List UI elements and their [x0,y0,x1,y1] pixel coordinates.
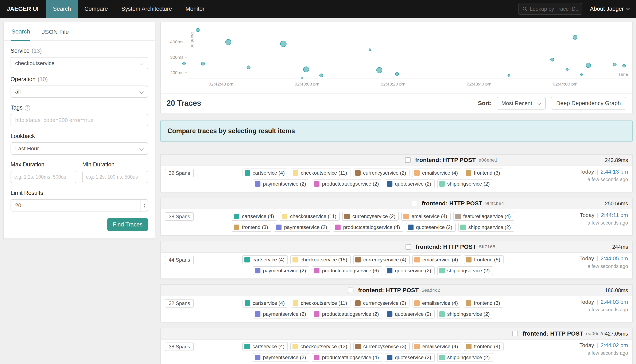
trace-result-card[interactable]: frontend: HTTP POST5ff7165244ms44 Spansc… [160,241,633,279]
scatter-point[interactable] [196,28,199,32]
decrement-icon[interactable]: ▾ [144,206,145,208]
trace-header[interactable]: frontend: HTTP POST5ead4c2186.08ms [161,285,632,296]
service-tag-label: currencyservice (2) [363,300,406,306]
trace-compare-checkbox[interactable] [348,288,354,293]
service-tag: quoteservice (2) [385,266,435,275]
nav-item-compare[interactable]: Compare [78,0,115,18]
tags-input[interactable] [11,114,148,126]
scatter-point[interactable] [551,58,554,61]
scatter-point[interactable] [377,68,382,73]
nav-item-system-architecture[interactable]: System Architecture [115,0,179,18]
service-tag: checkoutservice (13) [290,342,351,351]
max-duration-input[interactable] [11,171,76,183]
service-color-swatch [408,224,414,230]
trace-time[interactable]: 2:44:03 pm [600,299,628,305]
trace-card-body: 38 Spanscartservice (4)checkoutservice (… [161,210,632,235]
y-tick-label: 200ms [170,70,183,75]
about-jaeger-menu[interactable]: About Jaeger [590,6,629,12]
service-color-swatch [255,311,260,317]
nav-item-search[interactable]: Search [46,0,78,18]
jaeger-logo[interactable]: JAEGER UI [0,6,46,12]
trace-compare-checkbox[interactable] [512,331,518,336]
deep-dependency-graph-button[interactable]: Deep Dependency Graph [551,97,626,110]
date-time-separator: | [596,255,598,262]
scatter-point[interactable] [580,74,583,76]
scatter-point[interactable] [613,63,616,66]
tab-json-file[interactable]: JSON File [42,29,69,40]
trace-header[interactable]: frontend: HTTP POSTe08ebe1243.89ms [161,154,632,166]
trace-result-card[interactable]: frontend: HTTP POST5ead4c2186.08ms32 Spa… [160,284,633,322]
scatter-point[interactable] [301,77,303,79]
top-navbar: JAEGER UI SearchCompareSystem Architectu… [0,0,636,18]
x-tick-label: 02:42:40 pm [209,82,233,86]
scatter-point[interactable] [566,68,568,70]
operation-select[interactable]: all [11,86,148,98]
trace-time[interactable]: 2:44:11 pm [601,212,628,218]
trace-result-card[interactable]: frontend: HTTP POSTea06c2d427.05ms38 Spa… [160,328,633,364]
trace-header[interactable]: frontend: HTTP POST5ff7165244ms [161,242,632,253]
date-time-separator: | [597,212,598,218]
trace-relative-time: a few seconds ago [555,220,628,226]
service-tag-label: currencyservice (2) [352,214,395,219]
scatter-point[interactable] [573,35,577,40]
scatter-point[interactable] [395,72,399,76]
service-tag-label: quoteservice (2) [395,181,431,187]
service-tag-label: emailservice (4) [411,214,447,219]
service-tag: productcatalogservice (2) [312,310,382,318]
scatter-point[interactable] [226,40,231,45]
trace-id: 5ead4c2 [422,288,440,293]
trace-date-line: Today|2:44:13 pm [555,168,628,175]
service-tag-label: checkoutservice (11) [301,300,347,306]
scatter-point[interactable] [247,66,250,69]
sort-select[interactable]: Most Recent [497,97,546,110]
scatter-point[interactable] [303,66,309,72]
trace-time[interactable]: 2:44:05 pm [600,255,628,262]
service-tag-label: quoteservice (2) [395,268,431,274]
number-stepper[interactable]: ▴▾ [140,200,148,211]
trace-title: frontend: HTTP POST [415,157,476,164]
service-tag-label: currencyservice (3) [363,344,406,350]
trace-compare-checkbox[interactable] [405,157,411,163]
limit-results-label: Limit Results [11,190,148,196]
scatter-point[interactable] [183,62,186,65]
scatter-point[interactable] [201,62,205,65]
scatter-point[interactable] [586,63,591,68]
trace-lookup-input[interactable] [530,6,578,12]
service-tag-label: productcatalogservice (2) [322,311,379,317]
service-select[interactable]: checkoutservice [11,57,148,69]
service-tag-label: checkoutservice (13) [300,344,347,350]
service-tag-label: cartservice (4) [253,300,285,306]
scatter-point[interactable] [622,64,625,67]
y-tick-label: 300ms [170,55,183,60]
lookback-select[interactable]: Last Hour [11,142,148,154]
service-tags: cartservice (4)checkoutservice (11)curre… [227,212,519,232]
duration-scatter-plot[interactable]: 02:42:40 pm02:43:00 pm02:43:20 pm02:43:4… [162,23,631,93]
trace-result-card[interactable]: frontend: HTTP POSTe08ebe1243.89ms32 Spa… [160,154,633,192]
scatter-point[interactable] [508,74,510,76]
min-duration-input[interactable] [82,171,148,183]
trace-header[interactable]: frontend: HTTP POST9f4fcbe4250.56ms [161,198,632,210]
tab-search[interactable]: Search [12,28,30,41]
help-icon[interactable]: ? [25,105,30,110]
trace-result-card[interactable]: frontend: HTTP POST9f4fcbe4250.56ms38 Sp… [160,198,633,236]
service-tag: paymentservice (2) [253,310,309,318]
scatter-point[interactable] [320,74,323,77]
service-tag-label: paymentservice (2) [284,224,327,230]
trace-compare-checkbox[interactable] [412,201,417,206]
trace-time[interactable]: 2:44:13 pm [600,168,628,175]
trace-time[interactable]: 2:44:02 pm [600,342,628,348]
find-traces-button[interactable]: Find Traces [107,218,148,231]
service-tag-label: frontend (4) [474,344,500,350]
service-tag-label: quoteservice (2) [395,354,431,360]
trace-compare-checkbox[interactable] [406,244,411,250]
limit-results-input[interactable]: ▴▾ [11,199,148,212]
scatter-point[interactable] [369,49,371,51]
limit-results-value[interactable] [15,202,140,209]
service-tag-label: productcatalogservice (4) [343,224,400,230]
span-count-badge: 32 Spans [165,299,194,308]
nav-item-monitor[interactable]: Monitor [179,0,211,18]
trace-header[interactable]: frontend: HTTP POSTea06c2d427.05ms [161,328,632,340]
scatter-point[interactable] [280,41,286,47]
service-color-swatch [466,170,471,176]
service-tag: cartservice (4) [242,342,288,351]
